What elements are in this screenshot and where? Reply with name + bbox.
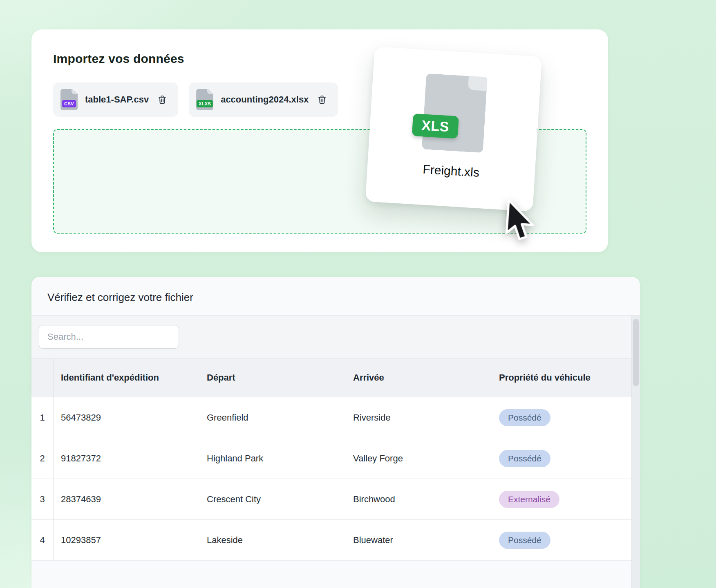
review-card: Vérifiez et corrigez votre fichier Ident… [31, 277, 640, 588]
cell-depart: Lakeside [199, 535, 346, 546]
cell-depart: Highland Park [199, 453, 346, 464]
ownership-pill[interactable]: Possédé [499, 450, 550, 467]
file-type-icon: XLXS [196, 89, 213, 110]
dragged-file-name: Freight.xls [423, 163, 480, 180]
delete-file-button[interactable] [316, 93, 328, 106]
scrollbar-thumb[interactable] [633, 319, 639, 386]
review-title: Vérifiez et corrigez votre fichier [31, 277, 640, 315]
row-number-header [31, 359, 54, 397]
trash-icon [317, 94, 327, 105]
dragged-file-card: XLS Freight.xls [365, 47, 542, 212]
column-header-propriete: Propriété du véhicule [492, 372, 640, 383]
cell-depart: Greenfield [199, 412, 346, 423]
table-row[interactable]: 3 28374639 Crescent City Birchwood Exter… [31, 479, 640, 520]
mouse-cursor-icon [499, 198, 540, 243]
cell-propriete: Externalisé [492, 491, 640, 508]
search-input[interactable] [39, 325, 179, 349]
uploaded-file-chip: CSV table1-SAP.csv [53, 82, 178, 117]
file-type-icon: CSV [60, 89, 78, 110]
xls-file-icon: XLS [422, 74, 488, 153]
table-body: 1 56473829 Greenfield Riverside Possédé … [31, 397, 640, 561]
row-number: 4 [31, 520, 54, 560]
file-name: accounting2024.xlsx [221, 94, 309, 105]
delete-file-button[interactable] [156, 93, 168, 106]
cell-arrivee: Valley Forge [346, 453, 492, 464]
cell-arrivee: Riverside [346, 412, 492, 423]
vertical-scrollbar[interactable] [631, 316, 640, 588]
file-format-badge: CSV [62, 100, 76, 107]
cell-shipment-id: 10293857 [54, 535, 199, 546]
folded-corner [207, 89, 213, 94]
trash-icon [157, 94, 168, 105]
table-toolbar [31, 316, 640, 358]
cell-arrivee: Birchwood [346, 494, 492, 505]
cell-propriete: Possédé [492, 409, 640, 426]
column-header-shipment-id: Identifiant d'expédition [54, 372, 199, 383]
ownership-pill[interactable]: Externalisé [499, 491, 559, 508]
table-row[interactable]: 4 10293857 Lakeside Bluewater Possédé [31, 520, 640, 561]
xls-badge: XLS [412, 114, 459, 139]
cell-shipment-id: 91827372 [54, 453, 199, 464]
cell-propriete: Possédé [492, 450, 640, 467]
cell-depart: Crescent City [199, 494, 346, 505]
table-header: Identifiant d'expédition Départ Arrivée … [31, 358, 640, 397]
cell-arrivee: Bluewater [346, 535, 492, 546]
row-number: 1 [31, 397, 54, 438]
table-row[interactable]: 1 56473829 Greenfield Riverside Possédé [31, 397, 640, 438]
ownership-pill[interactable]: Possédé [499, 409, 550, 426]
column-header-arrivee: Arrivée [346, 372, 492, 383]
row-number: 2 [31, 438, 54, 479]
file-format-badge: XLXS [197, 100, 213, 107]
folded-corner [468, 76, 488, 91]
cell-propriete: Possédé [492, 532, 640, 549]
file-name: table1-SAP.csv [85, 94, 149, 105]
row-number: 3 [31, 479, 54, 519]
uploaded-file-chip: XLXS accounting2024.xlsx [189, 82, 338, 117]
folded-corner [72, 89, 78, 94]
cell-shipment-id: 56473829 [54, 412, 199, 423]
cell-shipment-id: 28374639 [54, 494, 199, 505]
column-header-depart: Départ [199, 372, 346, 383]
ownership-pill[interactable]: Possédé [499, 532, 550, 549]
table-row[interactable]: 2 91827372 Highland Park Valley Forge Po… [31, 438, 640, 479]
